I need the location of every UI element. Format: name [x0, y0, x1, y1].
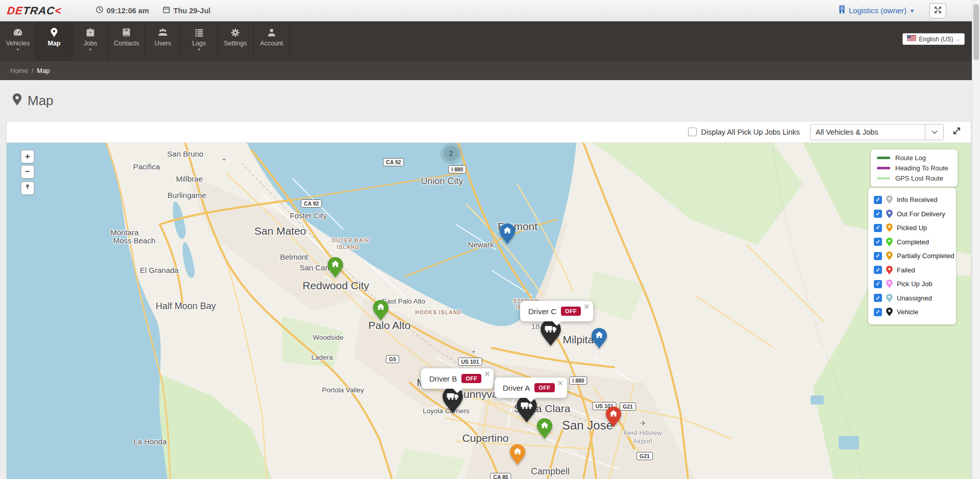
status-filter-panel: ✓Info Received✓Out For Delivery✓Picked U…: [868, 188, 956, 324]
users-icon: [157, 27, 168, 38]
nav-item-users[interactable]: Users: [145, 21, 181, 61]
map-card: Display All Pick Up Jobs Links All Vehic…: [6, 121, 971, 479]
page-scrollbar[interactable]: [972, 0, 980, 479]
route-legend-row: GPS Lost Route: [877, 174, 951, 182]
map-pin-icon: [48, 27, 60, 38]
road-shield: CA 85: [490, 473, 511, 479]
nav-item-label: Logs: [192, 40, 206, 47]
calendar-icon: [162, 6, 170, 15]
job-marker[interactable]: [537, 418, 552, 441]
vehicle-marker[interactable]: [443, 387, 463, 415]
status-pin-icon: [886, 251, 893, 260]
job-marker[interactable]: [500, 223, 515, 246]
pushpin-button[interactable]: [21, 182, 34, 195]
close-icon[interactable]: ✕: [557, 379, 564, 387]
filter-checkbox[interactable]: ✓: [874, 238, 882, 246]
main-nav: Vehicles▼MapJobs▼ContactsUsersLogs▼Setti…: [0, 21, 980, 61]
nav-item-map[interactable]: Map: [36, 21, 72, 61]
driver-popup[interactable]: Driver COFF✕: [520, 301, 593, 321]
job-marker[interactable]: [373, 300, 388, 322]
scrollbar-thumb[interactable]: [973, 4, 979, 60]
cluster-count: 2: [444, 146, 459, 161]
current-time: 09:12:06 am: [107, 7, 149, 15]
road-shield: G5: [386, 355, 399, 363]
map-label: Moss Beach: [113, 236, 156, 245]
zoom-in-button[interactable]: +: [21, 150, 34, 163]
filter-label: Failed: [897, 266, 915, 274]
job-marker[interactable]: [510, 444, 525, 467]
filter-checkbox[interactable]: ✓: [874, 266, 882, 274]
filter-checkbox[interactable]: ✓: [874, 308, 882, 316]
route-legend: Route LogHeading To RouteGPS Lost Route: [871, 149, 958, 187]
filter-checkbox[interactable]: ✓: [874, 294, 882, 302]
nav-item-account[interactable]: Account: [254, 21, 290, 61]
map-fullscreen-button[interactable]: [952, 126, 962, 138]
nav-item-label: Map: [48, 40, 61, 47]
nav-item-logs[interactable]: Logs▼: [181, 21, 217, 61]
map-label: Airport: [633, 437, 652, 445]
map-label: Millbrae: [176, 174, 203, 183]
map-label: Reid-Hillview: [623, 429, 662, 437]
date-display: Thu 29-Jul: [162, 6, 211, 15]
nav-item-label: Vehicles: [6, 40, 30, 47]
chevron-down-icon: ⌄: [956, 36, 960, 42]
language-selector[interactable]: English (US) ⌄: [902, 33, 965, 45]
route-color-swatch: [877, 177, 890, 180]
breadcrumb-home-link[interactable]: Home: [10, 67, 28, 74]
filter-checkbox[interactable]: ✓: [874, 210, 882, 218]
us-flag-icon: [907, 35, 916, 43]
filter-checkbox[interactable]: ✓: [874, 224, 882, 232]
chevron-down-icon: [925, 124, 943, 140]
current-date: Thu 29-Jul: [174, 7, 211, 15]
display-pickup-links-checkbox[interactable]: [688, 128, 697, 136]
driver-status-badge: OFF: [461, 374, 481, 383]
map-label: ✈: [640, 419, 647, 428]
map-label: Pacifica: [133, 162, 160, 171]
filter-checkbox[interactable]: ✓: [874, 196, 882, 204]
nav-item-jobs[interactable]: Jobs▼: [72, 21, 109, 61]
filter-row-info-received: ✓Info Received: [874, 193, 956, 207]
map-label: 18: [531, 322, 540, 331]
job-marker[interactable]: [606, 407, 621, 429]
nav-item-contacts[interactable]: Contacts: [109, 21, 145, 61]
zoom-out-button[interactable]: −: [21, 165, 34, 179]
route-legend-row: Route Log: [877, 154, 951, 162]
route-legend-label: GPS Lost Route: [895, 174, 943, 182]
job-marker[interactable]: [328, 257, 343, 280]
vehicle-marker[interactable]: [517, 396, 537, 424]
nav-item-label: Users: [155, 40, 172, 47]
map-label: +: [222, 155, 227, 163]
logo-part-trac: TRAC: [22, 5, 56, 16]
filter-checkbox[interactable]: ✓: [874, 280, 882, 288]
filter-row-vehicle: ✓Vehicle: [874, 305, 956, 319]
driver-popup[interactable]: Driver BOFF✕: [421, 368, 494, 389]
filter-row-out-for-delivery: ✓Out For Delivery: [874, 207, 956, 221]
vehicle-filter-value: All Vehicles & Jobs: [811, 128, 878, 136]
job-marker[interactable]: [592, 328, 607, 350]
breadcrumb-separator: /: [32, 67, 34, 74]
map-label: Burlingame: [167, 191, 206, 199]
nav-item-label: Account: [260, 40, 283, 47]
driver-popup[interactable]: Driver AOFF✕: [495, 377, 567, 398]
marker-cluster[interactable]: 2: [440, 143, 462, 164]
map-label: Foster City: [290, 211, 327, 220]
window-expand-button[interactable]: [929, 3, 946, 18]
account-menu[interactable]: Logistics (owner) ▼: [838, 5, 915, 15]
nav-item-vehicles[interactable]: Vehicles▼: [0, 21, 36, 61]
book-icon: [121, 27, 132, 38]
close-icon[interactable]: ✕: [484, 370, 491, 378]
expand-arrows-icon: [933, 5, 943, 17]
map-label: ISLAND: [337, 244, 359, 250]
chevron-down-icon: ▼: [88, 48, 92, 51]
road-shield: I 880: [569, 376, 587, 385]
route-legend-label: Route Log: [895, 154, 926, 162]
vehicle-filter-select[interactable]: All Vehicles & Jobs: [810, 124, 944, 140]
close-icon[interactable]: ✕: [583, 302, 590, 311]
map-canvas[interactable]: San BrunoPacificaMillbraeBurlingameUnion…: [7, 143, 971, 479]
chevron-down-icon: ▼: [197, 48, 201, 51]
map-pin-icon: [12, 93, 22, 108]
map-toolbar: Display All Pick Up Jobs Links All Vehic…: [7, 121, 971, 143]
nav-item-settings[interactable]: Settings: [217, 21, 254, 61]
filter-checkbox[interactable]: ✓: [874, 252, 882, 260]
map-label: Portola Valley: [322, 386, 364, 394]
